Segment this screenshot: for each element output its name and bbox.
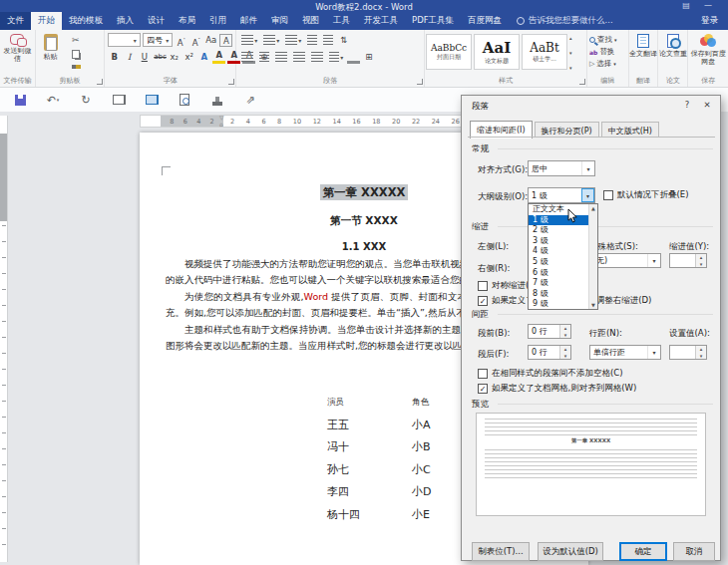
outline-level-combo[interactable]: 1 级 [528,187,595,203]
ribbon-tab[interactable]: 布局 [172,12,202,30]
share-button[interactable]: ⇗ [242,92,258,108]
ribbon-tab[interactable]: 我的模板 [62,12,110,30]
increase-indent-button[interactable] [321,33,335,47]
tabs-button[interactable]: 制表位(T)... [472,542,530,561]
option-level-5[interactable]: 5 级 [529,257,590,268]
scroll-up-icon[interactable]: ▲ [591,205,595,211]
find-button[interactable]: 查找▾ [589,35,626,45]
option-body-text[interactable]: 正文文本 [529,204,590,215]
styles-scroll-down-icon[interactable]: ▾ [569,50,572,56]
option-level-9[interactable]: 9 级 [529,299,590,310]
borders-button[interactable]: ⊞ [362,50,375,64]
option-level-6[interactable]: 6 级 [529,268,590,279]
chevron-down-icon[interactable] [647,254,660,267]
tab-line-page-breaks[interactable]: 换行和分页(P) [535,122,599,138]
close-icon[interactable]: ✕ [700,100,714,110]
indent-by-spinner[interactable]: ▴▾ [669,253,707,268]
font-dialog-launcher-icon[interactable] [228,79,234,85]
numbering-button[interactable]: ▾ [261,33,281,47]
first-line-indent-marker[interactable]: ▽ [219,114,224,121]
option-level-1[interactable]: 1 级 [529,215,590,226]
template-button[interactable] [144,92,160,108]
special-indent-combo[interactable]: (无) [589,253,661,268]
style-master[interactable]: AaBt 硕士学... [522,34,567,70]
subscript-button[interactable]: x₂ [168,50,181,64]
ribbon-tab[interactable]: 工具 [326,12,357,30]
styles-scroll-up-icon[interactable]: ▴ [569,35,572,41]
ribbon-tab[interactable]: 设计 [141,12,172,30]
text-effects-button[interactable]: A [197,50,210,64]
tell-me-box[interactable]: 告诉我您想要做什么... [509,12,621,30]
superscript-button[interactable]: x² [182,50,195,64]
save-to-baidu-button[interactable]: 保存到百度网盘 [688,32,728,74]
align-center-button[interactable] [257,50,271,64]
style-paper-title[interactable]: AaI 论文标题 [474,34,520,70]
ribbon-tab[interactable]: 审阅 [264,12,295,30]
minimize-icon[interactable]: — [700,1,716,10]
strikethrough-button[interactable]: abc [153,50,166,64]
ribbon-tab[interactable]: 插入 [110,12,141,30]
space-before-spinner[interactable]: 0 行▴▾ [528,324,571,339]
cancel-button[interactable]: 取消 [673,542,715,561]
styles-dialog-launcher-icon[interactable] [579,79,585,85]
grow-font-button[interactable]: A˄ [175,33,187,47]
line-spacing-button[interactable]: ▾ [327,50,345,64]
clipboard-dialog-launcher-icon[interactable] [97,79,103,85]
tab-asian-typography[interactable]: 中文版式(H) [601,122,659,138]
option-level-7[interactable]: 7 级 [529,278,590,289]
bullets-button[interactable]: ▾ [239,33,259,47]
two-page-view-button[interactable] [111,92,127,108]
dropdown-scrollbar[interactable]: ▲ ▼ [588,204,597,309]
replace-button[interactable]: ab替换 [589,47,626,57]
paste-button[interactable]: 粘贴 [36,32,66,74]
ribbon-tab[interactable]: PDF工具集 [405,12,461,30]
shading-button[interactable] [347,50,360,64]
chevron-down-icon[interactable] [647,346,660,359]
scroll-down-icon[interactable]: ▼ [591,302,595,308]
sort-button[interactable]: ⇅ [337,33,350,47]
ok-button[interactable]: 确定 [619,542,667,561]
italic-button[interactable]: I [123,50,136,64]
align-left-button[interactable] [239,50,255,64]
space-after-spinner[interactable]: 0 行▴▾ [528,345,571,360]
highlight-color-button[interactable]: A [212,50,225,64]
copy-button[interactable] [72,50,80,59]
undo-button[interactable]: ↶▾ [45,92,61,108]
vertical-ruler[interactable] [0,116,8,562]
print-preview-button[interactable] [177,92,192,108]
no-space-same-style-checkbox[interactable]: 在相同样式的段落间不添加空格(C) [478,368,623,380]
collapsed-by-default-checkbox[interactable]: 默认情况下折叠(E) [603,189,689,201]
font-size-combo[interactable]: 四号 [143,33,173,47]
character-border-button[interactable]: A [219,34,232,47]
help-icon[interactable]: ? [680,100,694,110]
change-case-button[interactable]: Aa [204,33,217,47]
option-level-8[interactable]: 8 级 [529,289,590,300]
chevron-down-icon[interactable] [581,161,594,175]
send-to-wechat-button[interactable]: 发送到微信 [0,32,35,74]
underline-button[interactable]: U [138,50,151,64]
font-name-combo[interactable] [108,33,141,47]
bold-button[interactable]: B [108,50,121,64]
format-painter-button[interactable] [72,65,81,69]
ribbon-tab[interactable]: 百度网盘 [461,12,509,30]
hanging-indent-marker[interactable]: ⌂ [219,121,223,128]
paragraph-dialog-launcher-icon[interactable] [417,79,423,85]
multilevel-list-button[interactable]: ▾ [283,33,303,47]
paper-check-button[interactable]: 论文查重 [659,32,687,74]
option-level-2[interactable]: 2 级 [529,225,590,236]
line-spacing-combo[interactable]: 单倍行距 [589,345,661,360]
option-level-4[interactable]: 4 级 [529,246,590,257]
sign-in-link[interactable]: 登录 [701,12,728,30]
decrease-indent-button[interactable] [305,33,319,47]
alignment-combo[interactable]: 居中 [528,160,595,176]
chevron-down-icon[interactable] [581,188,594,202]
tab-file[interactable]: 文件 [0,12,31,30]
set-as-default-button[interactable]: 设为默认值(D) [538,542,603,561]
ribbon-tab[interactable]: 开发工具 [357,12,405,30]
ribbon-tab[interactable]: 邮件 [233,12,264,30]
stamp-button[interactable] [209,92,225,108]
save-button[interactable] [12,92,28,108]
tab-home[interactable]: 开始 [31,12,62,30]
cut-button[interactable]: ✂ [69,34,83,46]
distribute-button[interactable] [309,50,325,64]
